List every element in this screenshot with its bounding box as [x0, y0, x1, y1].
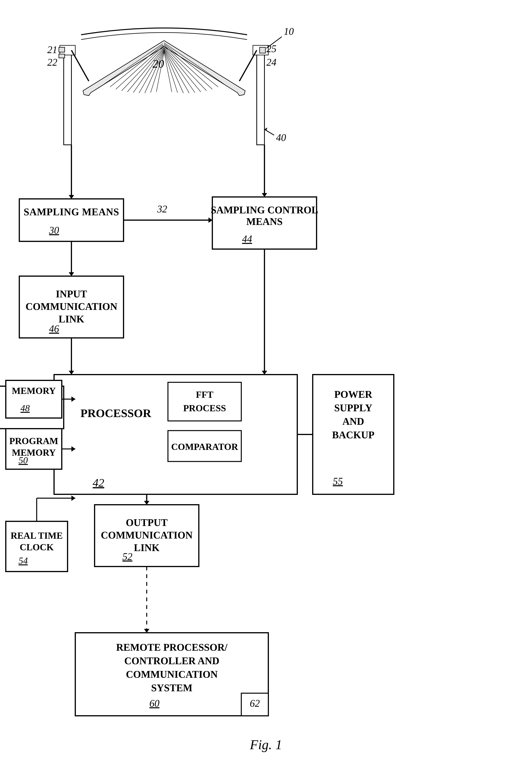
svg-text:30: 30: [49, 225, 59, 236]
svg-text:MEANS: MEANS: [246, 216, 283, 227]
svg-text:SYSTEM: SYSTEM: [151, 682, 192, 693]
svg-text:OUTPUT: OUTPUT: [126, 517, 168, 528]
svg-text:AND: AND: [342, 416, 364, 427]
svg-text:55: 55: [333, 476, 343, 487]
svg-text:REMOTE PROCESSOR/: REMOTE PROCESSOR/: [116, 642, 228, 653]
svg-text:SAMPLING MEANS: SAMPLING MEANS: [24, 206, 119, 217]
svg-rect-23: [59, 54, 65, 58]
svg-line-24: [71, 50, 89, 81]
svg-text:COMMUNICATION: COMMUNICATION: [101, 530, 193, 541]
svg-text:BACKUP: BACKUP: [332, 429, 374, 440]
svg-rect-67: [168, 382, 241, 421]
svg-text:62: 62: [250, 698, 260, 709]
svg-text:PROCESSOR: PROCESSOR: [80, 407, 151, 420]
svg-line-28: [239, 50, 257, 81]
svg-text:COMMUNICATION: COMMUNICATION: [126, 669, 218, 680]
svg-text:SAMPLING CONTROL: SAMPLING CONTROL: [211, 204, 318, 215]
svg-rect-25: [257, 48, 264, 145]
svg-rect-43: [19, 199, 124, 241]
svg-text:32: 32: [157, 204, 167, 215]
svg-rect-20: [64, 48, 71, 145]
svg-line-37: [264, 129, 274, 135]
svg-text:44: 44: [242, 233, 252, 244]
svg-text:LINK: LINK: [59, 314, 84, 325]
svg-text:CONTROLLER AND: CONTROLLER AND: [124, 655, 219, 666]
svg-text:LINK: LINK: [134, 542, 160, 553]
svg-text:10: 10: [284, 26, 294, 37]
svg-text:21: 21: [47, 44, 57, 55]
svg-text:52: 52: [122, 551, 132, 562]
svg-rect-27: [260, 47, 265, 53]
svg-text:PROCESS: PROCESS: [183, 403, 226, 413]
svg-rect-89: [0, 386, 64, 429]
diagram-container: 21 22 25 24 20 10 40 SAMPLING MEANS: [0, 0, 532, 771]
svg-text:SUPPLY: SUPPLY: [334, 402, 372, 413]
svg-text:COMPARATOR: COMPARATOR: [171, 442, 238, 452]
svg-text:24: 24: [266, 57, 276, 68]
svg-text:20: 20: [152, 57, 164, 70]
svg-text:INPUT: INPUT: [56, 288, 87, 299]
svg-rect-22: [59, 47, 65, 52]
svg-text:POWER: POWER: [334, 389, 373, 400]
svg-text:42: 42: [93, 476, 104, 489]
svg-text:46: 46: [49, 323, 59, 334]
svg-text:FFT: FFT: [196, 389, 213, 400]
svg-text:60: 60: [149, 698, 159, 709]
svg-text:COMMUNICATION: COMMUNICATION: [25, 301, 117, 312]
svg-text:22: 22: [47, 57, 57, 68]
svg-text:40: 40: [276, 132, 286, 143]
